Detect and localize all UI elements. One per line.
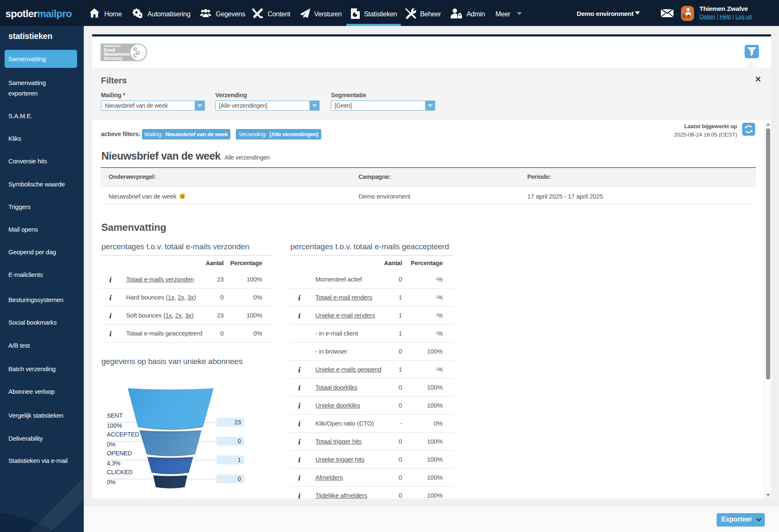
svg-text:SENT: SENT xyxy=(107,412,123,419)
svg-text:CLICKED: CLICKED xyxy=(107,469,132,475)
svg-text:0%: 0% xyxy=(107,479,116,486)
svg-text:ACCEPTED: ACCEPTED xyxy=(107,431,139,438)
svg-text:1: 1 xyxy=(237,457,241,463)
svg-text:0: 0 xyxy=(237,438,241,444)
svg-text:0%: 0% xyxy=(107,441,116,448)
svg-text:c: c xyxy=(133,51,137,59)
svg-text:Accuracy: Accuracy xyxy=(104,56,123,61)
svg-text:0: 0 xyxy=(237,475,241,482)
svg-text:4,3%: 4,3% xyxy=(107,460,121,467)
svg-text:100%: 100% xyxy=(107,422,122,429)
svg-text:OPENED: OPENED xyxy=(107,450,132,457)
svg-text:23: 23 xyxy=(235,419,241,426)
